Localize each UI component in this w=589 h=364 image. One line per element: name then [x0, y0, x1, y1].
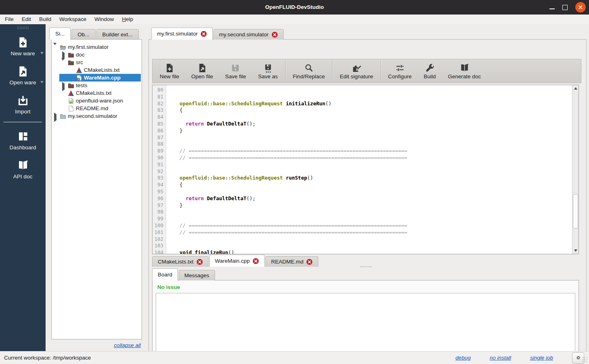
code-editor[interactable]: 8081828384858687888990919293949596979899… — [152, 85, 579, 254]
minimize-icon[interactable] — [549, 8, 555, 9]
line-number: 83 — [152, 107, 166, 114]
code-text[interactable]: openfluid::base::SchedulingRequest initi… — [167, 87, 572, 254]
statusbar-link-debug[interactable]: debug — [455, 355, 471, 361]
file-tab-readme-md[interactable]: README.md — [265, 256, 318, 267]
line-number: 81 — [152, 94, 166, 100]
main-toolbar-sidebar: New wareOpen wareImportDashboardAPI doc — [0, 24, 46, 351]
window-controls — [549, 0, 586, 15]
close-tab-icon[interactable] — [196, 259, 203, 265]
splitter-handle[interactable] — [360, 266, 372, 268]
collapse-arrow-icon[interactable] — [53, 45, 57, 49]
ware-tab-my-second-simulator[interactable]: my.second.simulator — [213, 29, 284, 40]
scroll-up-arrow[interactable] — [572, 85, 579, 92]
menu-workspace[interactable]: Workspace — [55, 15, 90, 24]
close-tab-icon[interactable] — [272, 31, 278, 38]
tab-label: Si... — [55, 28, 65, 40]
tree-item-cmakelists-txt[interactable]: CMakeLists.txt — [52, 89, 142, 97]
sidebar-button-new-ware[interactable]: New ware — [0, 31, 46, 61]
line-number: 92 — [152, 168, 166, 175]
file-tab-waremain-cpp[interactable]: WareMain.cpp — [209, 255, 265, 267]
line-number: 82 — [152, 100, 166, 107]
collapse-all-link[interactable]: collapse all — [114, 342, 141, 348]
tree-item-readme-md[interactable]: README.md — [52, 105, 142, 112]
sidebar-button-api-doc[interactable]: API doc — [0, 155, 46, 184]
close-tab-icon[interactable] — [306, 259, 313, 265]
close-tab-icon[interactable] — [201, 31, 207, 37]
line-number: 93 — [152, 175, 166, 182]
editor-vertical-scrollbar[interactable] — [572, 85, 579, 254]
line-number: 100 — [152, 222, 166, 229]
code-line — [167, 94, 572, 100]
find-replace-button[interactable]: Find/Replace — [287, 60, 331, 82]
dropdown-caret-icon[interactable] — [40, 52, 44, 54]
expand-arrow-icon[interactable] — [61, 53, 65, 57]
sidebar-button-open-ware[interactable]: Open ware — [0, 61, 46, 90]
close-icon[interactable] — [575, 2, 586, 13]
tab-label: Board — [158, 269, 172, 280]
menu-window[interactable]: Window — [90, 15, 118, 24]
code-line: return DefaultDeltaT(); — [167, 195, 572, 202]
resize-grip[interactable] — [582, 357, 588, 363]
toolbar-button-label: Find/Replace — [293, 73, 325, 79]
scroll-down-arrow[interactable] — [572, 247, 579, 254]
collapse-arrow-icon[interactable] — [61, 61, 65, 65]
scrollbar-thumb[interactable] — [573, 194, 578, 228]
board-tab-messages[interactable]: Messages — [179, 270, 215, 280]
expand-arrow-icon[interactable] — [61, 84, 65, 88]
code-line: // =====================================… — [167, 229, 572, 236]
save-as-button[interactable]: Save as — [252, 60, 284, 82]
line-number: 97 — [152, 202, 166, 209]
explorer-tab-ob[interactable]: Ob... — [71, 29, 95, 40]
ware-tab-my-first-simulator[interactable]: my.first.simulator — [151, 27, 213, 40]
expand-arrow-icon[interactable] — [53, 114, 57, 118]
explorer-tab-si[interactable]: Si... — [49, 27, 71, 40]
close-tab-icon[interactable] — [253, 258, 259, 264]
build-button[interactable]: Build — [418, 60, 442, 82]
code-line: // =====================================… — [167, 155, 572, 161]
tree-item-openfluid-ware-json[interactable]: openfluid-ware.json — [52, 97, 142, 105]
line-number: 80 — [152, 87, 166, 94]
new-file-button[interactable]: New file — [154, 60, 185, 82]
configure-button[interactable]: Configure — [382, 60, 418, 82]
menu-help[interactable]: Help — [118, 15, 137, 24]
tree-item-waremain-cpp[interactable]: .cWareMain.cpp — [52, 74, 142, 82]
line-number: 91 — [152, 161, 166, 168]
tree-item-doc[interactable]: doc — [52, 51, 142, 59]
edit-signature-button[interactable]: Edit signature — [334, 60, 379, 82]
edit-signature-icon — [351, 63, 361, 73]
line-number: 94 — [152, 182, 166, 188]
folder-open-icon — [60, 44, 66, 50]
statusbar-link-single-job[interactable]: single job — [530, 355, 553, 361]
main-area: my.first.simulatormy.second.simulator Ne… — [148, 24, 589, 351]
file-tab-cmakelists-txt[interactable]: CMakeLists.txt — [152, 256, 209, 267]
tab-label: CMakeLists.txt — [158, 257, 194, 267]
tree-item-src[interactable]: src — [52, 59, 142, 66]
sidebar-divider — [4, 122, 42, 122]
toolbar-drag-handle[interactable] — [17, 26, 29, 29]
sidebar-button-import[interactable]: Import — [0, 90, 46, 119]
generate-doc-button[interactable]: Generate doc — [442, 60, 487, 82]
menu-edit[interactable]: Edit — [18, 15, 35, 24]
import-icon — [17, 94, 29, 107]
explorer-tab-builder-ext[interactable]: Builder ext... — [96, 29, 139, 40]
sidebar-button-dashboard[interactable]: Dashboard — [0, 126, 46, 155]
line-number: 84 — [152, 114, 166, 121]
menu-file[interactable]: File — [1, 15, 18, 24]
tree-item-cmakelists-txt[interactable]: CMakeLists.txt — [52, 66, 142, 74]
line-number: 102 — [152, 236, 166, 243]
folder-closed-icon — [60, 113, 66, 119]
line-number: 103 — [152, 243, 166, 249]
save-file-icon — [230, 63, 240, 73]
dropdown-caret-icon[interactable] — [40, 81, 44, 83]
line-number: 87 — [152, 134, 166, 141]
tree-item-label: WareMain.cpp — [84, 74, 121, 82]
open-file-button[interactable]: Open file — [185, 60, 219, 82]
menu-build[interactable]: Build — [35, 15, 55, 24]
tree-item-tests[interactable]: tests — [52, 82, 142, 89]
maximize-icon[interactable] — [562, 5, 568, 10]
tree-item-my-first-simulator[interactable]: my.first.simulator — [52, 43, 142, 51]
tree-item-my-second-simulator[interactable]: my.second.simulator — [52, 112, 142, 120]
statusbar-link-no-install[interactable]: no install — [490, 355, 511, 361]
toolbar-button-label: Configure — [388, 73, 412, 79]
board-tab-board[interactable]: Board — [152, 268, 178, 280]
